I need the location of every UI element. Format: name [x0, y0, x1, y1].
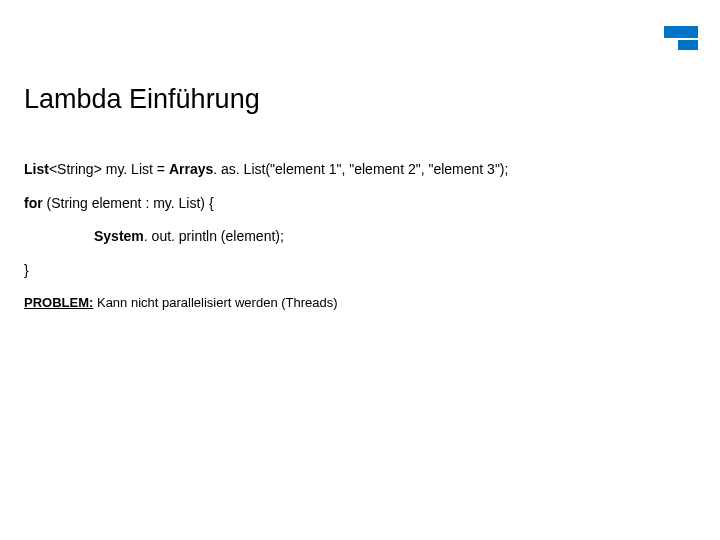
- code-text: . as. List("element 1", "element 2", "el…: [213, 161, 508, 177]
- code-line-2: for (String element : my. List) {: [24, 194, 696, 214]
- code-line-1: List<String> my. List = Arrays. as. List…: [24, 160, 696, 180]
- code-line-4: }: [24, 261, 696, 281]
- problem-text: Kann nicht parallelisiert werden (Thread…: [93, 295, 337, 310]
- code-text: (String: [47, 195, 92, 211]
- code-keyword-for: for: [24, 195, 47, 211]
- code-text: . out. println (element);: [144, 228, 284, 244]
- problem-note: PROBLEM: Kann nicht parallelisiert werde…: [24, 294, 696, 312]
- logo-shape-top: [664, 26, 698, 38]
- problem-label: PROBLEM:: [24, 295, 93, 310]
- corner-logo: [664, 26, 698, 50]
- logo-shape-bottom: [678, 40, 698, 50]
- code-text: my. List =: [102, 161, 169, 177]
- code-generic: <String>: [49, 161, 102, 177]
- slide-body: List<String> my. List = Arrays. as. List…: [24, 160, 696, 313]
- code-text: element : my. List) {: [92, 195, 214, 211]
- code-line-3: System. out. println (element);: [24, 227, 696, 247]
- code-block: List<String> my. List = Arrays. as. List…: [24, 160, 696, 280]
- code-keyword-arrays: Arrays: [169, 161, 213, 177]
- slide: Lambda Einführung List<String> my. List …: [0, 0, 720, 540]
- code-keyword-list: List: [24, 161, 49, 177]
- code-keyword-system: System: [94, 228, 144, 244]
- slide-title: Lambda Einführung: [24, 84, 260, 115]
